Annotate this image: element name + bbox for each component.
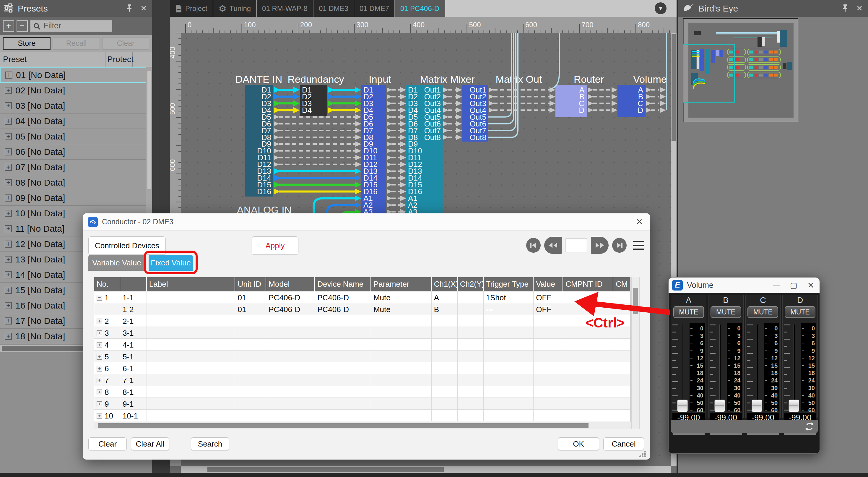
preset-row[interactable]: +03 [No Data] xyxy=(0,98,146,114)
expand-icon[interactable]: + xyxy=(97,354,102,360)
row-expander-cell[interactable]: +2 xyxy=(94,315,120,327)
search-button[interactable]: Search xyxy=(191,438,229,450)
prev-record-button[interactable] xyxy=(544,237,562,254)
expand-icon[interactable]: + xyxy=(5,287,12,294)
fader-handle[interactable] xyxy=(714,399,725,412)
table-row[interactable]: 1-201PC406-DPC406-DMuteB---OFF xyxy=(94,303,630,315)
table-row[interactable]: +1010-1 xyxy=(94,410,630,421)
column-header[interactable]: Model xyxy=(266,277,315,291)
column-header[interactable]: Ch2(Y) xyxy=(458,277,484,291)
preset-row[interactable]: +05 [No Data] xyxy=(0,129,146,144)
expand-icon[interactable]: + xyxy=(5,318,12,325)
row-expander-cell[interactable]: +6 xyxy=(94,362,120,374)
fader-track[interactable] xyxy=(682,325,683,410)
row-expander-cell[interactable]: +9 xyxy=(94,398,120,410)
preset-row[interactable]: +07 [No Data] xyxy=(0,159,146,175)
close-icon[interactable]: ✕ xyxy=(856,4,863,13)
expand-icon[interactable]: + xyxy=(5,148,12,155)
first-record-button[interactable] xyxy=(526,238,541,253)
expand-icon[interactable]: + xyxy=(97,413,102,419)
tab-01-pc406-d[interactable]: 01 PC406-D xyxy=(395,0,445,17)
table-row[interactable]: −11-101PC406-DPC406-DMuteA1ShotOFF xyxy=(94,291,630,303)
expand-icon[interactable]: + xyxy=(5,302,12,309)
expand-icon[interactable]: + xyxy=(5,102,12,109)
column-header[interactable]: Value xyxy=(533,277,563,291)
table-hscrollbar[interactable] xyxy=(94,422,631,429)
row-expander-cell[interactable]: +4 xyxy=(94,339,120,351)
expand-icon[interactable]: − xyxy=(97,295,102,301)
expand-icon[interactable]: + xyxy=(97,401,102,407)
store-button[interactable]: Store xyxy=(3,37,51,50)
tab-overflow-button[interactable]: ▼ xyxy=(655,2,666,14)
preset-row[interactable]: +04 [No Data] xyxy=(0,114,146,129)
add-preset-button[interactable]: + xyxy=(3,20,14,32)
expand-icon[interactable]: + xyxy=(97,330,102,336)
table-row[interactable]: +77-1 xyxy=(94,374,630,386)
column-header[interactable]: CM xyxy=(613,277,630,291)
clear-row-button[interactable]: Clear xyxy=(88,438,127,450)
expand-icon[interactable]: + xyxy=(5,271,12,278)
table-row[interactable]: +55-1 xyxy=(94,351,630,362)
birdseye-map[interactable] xyxy=(683,18,798,122)
expand-icon[interactable]: + xyxy=(5,133,12,140)
expand-icon[interactable]: + xyxy=(97,366,102,371)
preset-row[interactable]: +09 [No Data] xyxy=(0,190,146,206)
expand-icon[interactable]: + xyxy=(5,164,12,171)
table-row[interactable]: +33-1 xyxy=(94,327,630,339)
column-header[interactable]: Label xyxy=(147,277,236,291)
column-header[interactable]: Trigger Type xyxy=(484,277,534,291)
column-header[interactable]: Unit ID xyxy=(235,277,266,291)
expand-icon[interactable]: + xyxy=(5,118,12,125)
pin-icon[interactable] xyxy=(126,4,133,13)
volume-titlebar[interactable]: E Volume — ▢ ✕ xyxy=(669,277,819,293)
recall-button[interactable]: Recall xyxy=(53,37,100,50)
close-icon[interactable]: ✕ xyxy=(636,217,643,227)
next-record-button[interactable] xyxy=(591,237,609,254)
column-header[interactable]: CMPNT ID xyxy=(563,277,613,291)
menu-icon[interactable] xyxy=(633,241,644,250)
tab-01-rm-wap-8[interactable]: 01 RM-WAP-8 xyxy=(257,0,313,17)
row-expander-cell[interactable]: +10 xyxy=(94,410,120,421)
ok-button[interactable]: OK xyxy=(558,438,599,450)
filter-input[interactable] xyxy=(30,20,112,32)
row-expander-cell[interactable]: −1 xyxy=(94,291,120,303)
preset-row[interactable]: +08 [No Data] xyxy=(0,175,146,190)
row-expander-cell[interactable] xyxy=(94,303,120,315)
clear-button[interactable]: Clear xyxy=(102,37,149,50)
expand-icon[interactable]: + xyxy=(5,256,12,263)
canvas-hscrollbar[interactable] xyxy=(181,466,671,473)
preset-row[interactable]: +02 [No Data] xyxy=(0,83,146,98)
maximize-icon[interactable]: ▢ xyxy=(790,281,797,290)
preset-row[interactable]: +01 [No Data] xyxy=(0,67,146,83)
table-row[interactable]: +66-1 xyxy=(94,362,630,374)
tab-project[interactable]: Project xyxy=(170,0,213,17)
close-icon[interactable]: ✕ xyxy=(807,280,814,290)
table-row[interactable]: +22-1 xyxy=(94,315,630,327)
remove-preset-button[interactable]: − xyxy=(17,20,28,32)
pin-icon[interactable] xyxy=(842,4,848,13)
expand-icon[interactable]: + xyxy=(5,333,12,340)
expand-icon[interactable]: + xyxy=(97,389,102,395)
expand-icon[interactable]: + xyxy=(5,195,12,202)
close-icon[interactable]: ✕ xyxy=(140,4,147,13)
column-header[interactable]: No. xyxy=(94,277,120,291)
dialog-titlebar[interactable]: Conductor - 02 DME3 ✕ xyxy=(83,213,650,231)
column-header[interactable] xyxy=(120,277,147,291)
column-header[interactable]: Ch1(X) xyxy=(432,277,458,291)
expand-icon[interactable]: + xyxy=(5,87,12,94)
fader-track[interactable] xyxy=(719,325,720,410)
mute-button[interactable]: MUTE xyxy=(785,306,815,318)
expand-icon[interactable]: + xyxy=(5,225,12,232)
fader-handle[interactable] xyxy=(752,399,762,412)
expand-icon[interactable]: + xyxy=(97,342,102,348)
expand-icon[interactable]: + xyxy=(97,378,102,383)
row-expander-cell[interactable]: +3 xyxy=(94,327,120,339)
table-row[interactable]: +88-1 xyxy=(94,386,630,398)
tab-01-dme3[interactable]: 01 DME3 xyxy=(313,0,354,17)
preset-column-header[interactable]: Preset xyxy=(0,52,105,67)
clear-all-button[interactable]: Clear All xyxy=(131,438,169,450)
last-record-button[interactable] xyxy=(612,238,627,253)
resize-grip[interactable] xyxy=(639,450,646,457)
protect-column-header[interactable]: Protect xyxy=(105,52,133,67)
tab-tuning[interactable]: ⚙Tuning xyxy=(213,0,257,17)
